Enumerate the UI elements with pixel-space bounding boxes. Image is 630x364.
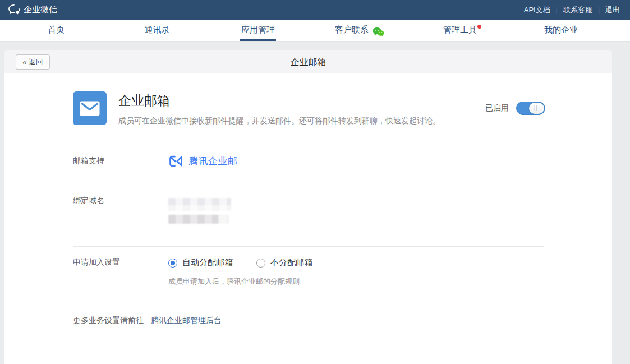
radio-no-assign-mailbox[interactable]: 不分配邮箱 [256, 257, 312, 268]
topbar-link-contact-support[interactable]: 联系客服 [563, 5, 592, 15]
separator: | [598, 6, 600, 14]
tencent-exmail-icon [168, 155, 183, 168]
wechat-icon [373, 27, 384, 36]
join-setting-options: 自动分配邮箱 不分配邮箱 [168, 257, 312, 268]
tab-home-label: 首页 [47, 20, 66, 41]
tab-contacts[interactable]: 通讯录 [107, 20, 208, 41]
page-background: « 返回 企业邮箱 企业邮箱 成员可在企业微信中接收新邮件提醒，并发送邮件。还可… [0, 42, 630, 364]
tab-app-management-label: 应用管理 [240, 20, 276, 41]
redacted-domain-values [168, 196, 231, 246]
mail-support-label: 邮箱支持 [73, 156, 168, 166]
tab-my-company[interactable]: 我的企业 [511, 20, 611, 41]
app-header: 企业邮箱 成员可在企业微信中接收新邮件提醒，并发送邮件。还可将邮件转发到群聊，快… [4, 73, 612, 136]
app-description: 成员可在企业微信中接收新邮件提醒，并发送邮件。还可将邮件转发到群聊，快速发起讨论… [118, 116, 440, 126]
mail-support-row: 邮箱支持 腾讯企业邮 [4, 136, 612, 186]
tab-customer-contact-label: 客户联系 [334, 20, 370, 41]
toggle-knob [529, 103, 544, 114]
email-app-icon [73, 91, 107, 125]
tab-admin-tools-label: 管理工具 [442, 20, 478, 41]
topbar-link-api-docs[interactable]: API文档 [524, 5, 550, 15]
topbar-links: API文档 | 联系客服 | 退出 [524, 5, 620, 15]
radio-auto-assign-mailbox[interactable]: 自动分配邮箱 [168, 257, 233, 268]
tab-app-management[interactable]: 应用管理 [208, 20, 309, 41]
exmail-admin-console-link[interactable]: 腾讯企业邮管理后台 [151, 316, 222, 326]
radio-no-assign-label: 不分配邮箱 [270, 257, 312, 268]
separator: | [556, 6, 558, 14]
tab-admin-tools[interactable]: 管理工具 [410, 20, 511, 41]
topbar: 企业微信 API文档 | 联系客服 | 退出 [0, 0, 630, 20]
notification-dot [477, 25, 481, 29]
bound-domain-label: 绑定域名 [73, 196, 168, 246]
wecom-logo-icon [8, 4, 21, 16]
topbar-link-logout[interactable]: 退出 [605, 5, 620, 15]
envelope-icon [80, 101, 100, 116]
tab-my-company-label: 我的企业 [543, 20, 579, 41]
primary-nav: 首页 通讯录 应用管理 客户联系 管理工具 我的企业 [0, 20, 630, 42]
app-status: 已启用 [485, 91, 545, 125]
app-title: 企业邮箱 [118, 92, 440, 109]
join-setting-hint: 成员申请加入后，腾讯企业邮的分配规则 [168, 277, 312, 287]
more-settings-row: 更多业务设置请前往 腾讯企业邮管理后台 [4, 303, 612, 326]
brand: 企业微信 [8, 4, 57, 16]
brand-name: 企业微信 [24, 4, 57, 15]
more-settings-text: 更多业务设置请前往 [73, 316, 144, 326]
join-setting-row: 申请加入设置 自动分配邮箱 不分配邮箱 成员申请加入后，腾讯企业邮的分配规则 [4, 247, 612, 303]
enable-toggle[interactable] [516, 102, 545, 115]
tab-customer-contact[interactable]: 客户联系 [309, 20, 410, 41]
join-setting-label: 申请加入设置 [73, 257, 168, 303]
exmail-brand: 腾讯企业邮 [168, 155, 238, 168]
status-label: 已启用 [485, 103, 509, 113]
page-title: 企业邮箱 [4, 50, 612, 73]
redacted-domain-1 [168, 198, 231, 211]
app-detail-panel: 企业邮箱 成员可在企业微信中接收新邮件提醒，并发送邮件。还可将邮件转发到群聊，快… [4, 73, 612, 364]
bound-domain-row: 绑定域名 [4, 186, 612, 246]
radio-unselected-icon[interactable] [256, 259, 265, 268]
redacted-domain-2 [168, 215, 229, 224]
exmail-provider-name: 腾讯企业邮 [188, 155, 238, 168]
tab-home[interactable]: 首页 [6, 20, 107, 41]
radio-auto-assign-label: 自动分配邮箱 [182, 257, 233, 268]
radio-selected-icon[interactable] [168, 259, 177, 268]
page-header: « 返回 企业邮箱 [4, 50, 612, 73]
tab-contacts-label: 通讯录 [144, 20, 171, 41]
